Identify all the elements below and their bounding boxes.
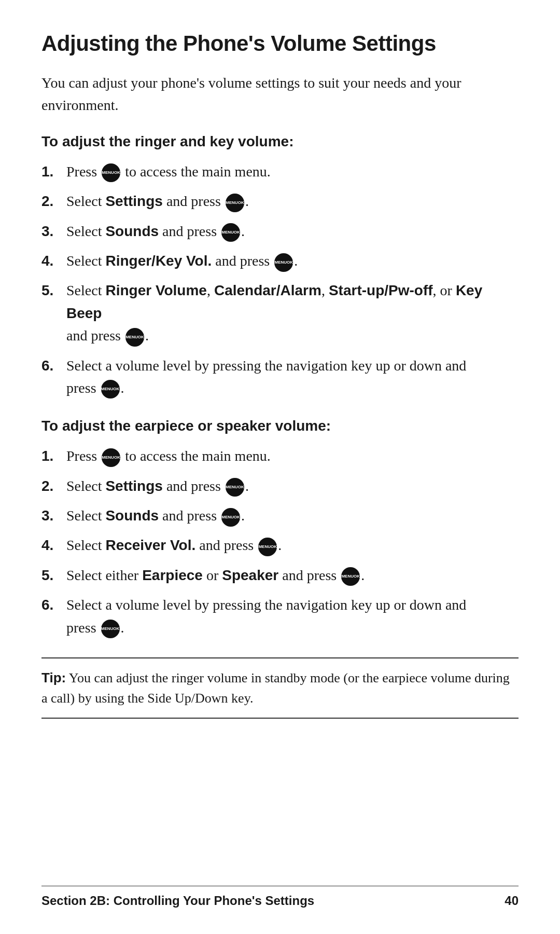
menu-ok-button: MENUOK — [258, 538, 277, 556]
footer-right: 40 — [505, 894, 519, 908]
step-2-1: Press MENUOK to access the main menu. — [41, 445, 519, 467]
intro-paragraph: You can adjust your phone's volume setti… — [41, 72, 519, 117]
menu-ok-button: MENUOK — [101, 380, 120, 399]
footer: Section 2B: Controlling Your Phone's Set… — [41, 886, 519, 908]
tip-box: Tip: You can adjust the ringer volume in… — [41, 657, 519, 719]
menu-ok-button: MENUOK — [341, 567, 360, 586]
menu-ok-button: MENUOK — [221, 223, 240, 242]
menu-ok-button: MENUOK — [102, 448, 120, 467]
menu-ok-button: MENUOK — [221, 508, 240, 527]
step-2-5: Select either Earpiece or Speaker and pr… — [41, 564, 519, 586]
menu-ok-button: MENUOK — [226, 478, 244, 497]
menu-ok-button: MENUOK — [102, 163, 120, 182]
menu-ok-button: MENUOK — [274, 253, 293, 272]
section1-steps: Press MENUOK to access the main menu. Se… — [41, 160, 519, 400]
step-1-2: Select Settings and press MENUOK. — [41, 190, 519, 212]
step-1-6: Select a volume level by pressing the na… — [41, 354, 519, 400]
step-1-3: Select Sounds and press MENUOK. — [41, 220, 519, 242]
step-1-4: Select Ringer/Key Vol. and press MENUOK. — [41, 250, 519, 272]
tip-label: Tip: You can adjust the ringer volume in… — [41, 670, 510, 706]
step-2-4: Select Receiver Vol. and press MENUOK. — [41, 534, 519, 556]
step-1-1: Press MENUOK to access the main menu. — [41, 160, 519, 183]
step-2-3: Select Sounds and press MENUOK. — [41, 504, 519, 527]
menu-ok-button: MENUOK — [125, 328, 144, 347]
menu-ok-button: MENUOK — [101, 620, 120, 638]
step-1-5: Select Ringer Volume, Calendar/Alarm, St… — [41, 279, 519, 347]
page-title: Adjusting the Phone's Volume Settings — [41, 31, 519, 56]
menu-ok-button: MENUOK — [226, 194, 244, 212]
section2-steps: Press MENUOK to access the main menu. Se… — [41, 445, 519, 639]
section1-heading: To adjust the ringer and key volume: — [41, 133, 519, 150]
footer-left: Section 2B: Controlling Your Phone's Set… — [41, 894, 314, 908]
step-2-6: Select a volume level by pressing the na… — [41, 594, 519, 639]
step-2-2: Select Settings and press MENUOK. — [41, 475, 519, 497]
section2-heading: To adjust the earpiece or speaker volume… — [41, 418, 519, 434]
